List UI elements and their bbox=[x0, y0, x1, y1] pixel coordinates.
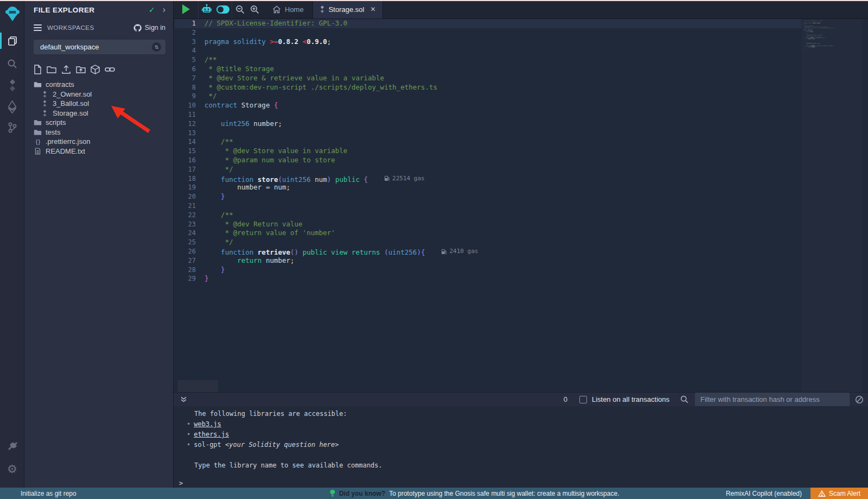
zoom-out-icon[interactable] bbox=[235, 5, 245, 14]
clear-filter-icon[interactable] bbox=[855, 395, 864, 404]
code-line[interactable]: 21 bbox=[174, 201, 801, 211]
workspace-select[interactable]: default_workspace ⇅ bbox=[34, 40, 165, 54]
code-line[interactable]: 27 return number; bbox=[174, 256, 801, 266]
line-number: 13 bbox=[174, 129, 205, 138]
status-bar: Initialize as git repo Did you know? To … bbox=[0, 488, 868, 499]
zoom-in-icon[interactable] bbox=[250, 5, 259, 14]
code-line[interactable]: 3pragma solidity >=0.8.2 <0.9.0; bbox=[174, 37, 801, 47]
search-icon[interactable] bbox=[0, 54, 24, 73]
terminal-output[interactable]: The following libraries are accessible:•… bbox=[174, 406, 868, 488]
terminal-line: •ethers.js bbox=[179, 429, 868, 440]
file-explorer-panel: FILE EXPLORER ✓ › WORKSPACES Sign in def… bbox=[24, 0, 174, 488]
line-number: 28 bbox=[174, 266, 205, 275]
line-number: 10 bbox=[174, 101, 205, 110]
tree-item-2_Owner.sol[interactable]: 2_Owner.sol bbox=[24, 90, 173, 99]
code-line[interactable]: 17 */ bbox=[174, 165, 801, 174]
code-line[interactable]: 19 number = num; bbox=[174, 183, 801, 192]
tree-item-3_Ballot.sol[interactable]: 3_Ballot.sol bbox=[24, 99, 173, 109]
sign-in-button[interactable]: Sign in bbox=[133, 24, 165, 32]
code-line[interactable]: 24 * @return value of 'number' bbox=[174, 229, 801, 238]
terminal-lines: The following libraries are accessible:•… bbox=[179, 409, 868, 471]
did-you-know-label: Did you know? bbox=[339, 490, 385, 497]
remix-ide-window: ⚙ FILE EXPLORER ✓ › WORKSPACES Sign in d… bbox=[0, 0, 868, 499]
editor-scrollbar[interactable] bbox=[863, 19, 868, 392]
editor-minimap[interactable]: // SPDX-License-Identifier: GPL-3.0 prag… bbox=[801, 19, 863, 392]
code-line[interactable]: 14 /** bbox=[174, 137, 801, 147]
icon-sidebar: ⚙ bbox=[0, 0, 24, 488]
code-line[interactable]: 10contract Storage { bbox=[174, 101, 801, 110]
plugin-manager-icon[interactable] bbox=[0, 438, 24, 456]
tree-item-tests[interactable]: tests bbox=[24, 128, 173, 137]
workspace-select-arrows-icon: ⇅ bbox=[152, 42, 161, 52]
upload-file-icon[interactable] bbox=[61, 65, 71, 74]
upload-folder-icon[interactable] bbox=[76, 65, 86, 74]
tree-item-scripts[interactable]: scripts bbox=[24, 118, 173, 128]
editor-tabbar: Home Storage.sol ✕ bbox=[174, 0, 868, 19]
line-number: 8 bbox=[174, 83, 205, 92]
code-line[interactable]: 6 * @title Storage bbox=[174, 65, 801, 74]
code-line[interactable]: 2 bbox=[174, 28, 801, 37]
solidity-compiler-icon[interactable] bbox=[0, 76, 24, 94]
tree-item-.prettierrc.json[interactable]: { }.prettierrc.json bbox=[24, 137, 173, 147]
tab-storage-sol[interactable]: Storage.sol ✕ bbox=[312, 0, 383, 18]
transaction-filter-input[interactable] bbox=[695, 393, 850, 407]
solidity-file-icon bbox=[41, 91, 49, 98]
code-line[interactable]: 12 uint256 number; bbox=[174, 119, 801, 129]
code-line[interactable]: 26 function retrieve() public view retur… bbox=[174, 247, 801, 256]
library-link[interactable]: web3.js bbox=[194, 420, 221, 428]
library-link[interactable]: ethers.js bbox=[194, 431, 229, 438]
expand-terminal-icon[interactable] bbox=[180, 396, 187, 403]
code-line[interactable]: 15 * @dev Store value in variable bbox=[174, 147, 801, 156]
close-tab-icon[interactable]: ✕ bbox=[370, 5, 375, 13]
code-line[interactable]: 8 * @custom:dev-run-script ./scripts/dep… bbox=[174, 83, 801, 92]
tree-item-label: 3_Ballot.sol bbox=[53, 99, 89, 108]
line-number: 5 bbox=[174, 55, 205, 65]
line-number: 1 bbox=[174, 19, 205, 28]
listen-transactions-checkbox[interactable] bbox=[579, 396, 587, 403]
robot-icon[interactable] bbox=[201, 4, 212, 15]
remix-logo-icon[interactable] bbox=[0, 3, 24, 24]
new-file-icon[interactable] bbox=[34, 65, 42, 74]
code-line[interactable]: 5/** bbox=[174, 55, 801, 65]
code-line[interactable]: 13 bbox=[174, 129, 801, 138]
code-line[interactable]: 16 * @param num value to store bbox=[174, 156, 801, 165]
line-number: 20 bbox=[174, 192, 205, 201]
run-script-button[interactable] bbox=[174, 0, 199, 18]
line-number: 22 bbox=[174, 211, 205, 220]
deploy-run-icon[interactable] bbox=[0, 98, 24, 116]
tree-item-README.txt[interactable]: README.txt bbox=[24, 147, 173, 156]
code-line[interactable]: 28 } bbox=[174, 266, 801, 275]
code-line[interactable]: 29} bbox=[174, 274, 801, 283]
scam-alert-button[interactable]: Scam Alert bbox=[810, 488, 868, 499]
link-icon[interactable] bbox=[105, 66, 115, 73]
code-line[interactable]: 4 bbox=[174, 46, 801, 55]
code-line[interactable]: 1// SPDX-License-Identifier: GPL-3.0 bbox=[174, 19, 801, 28]
tree-item-contracts[interactable]: contracts bbox=[24, 80, 173, 90]
code-line[interactable]: 22 /** bbox=[174, 211, 801, 220]
settings-gear-icon[interactable]: ⚙ bbox=[0, 459, 24, 478]
solidity-file-icon bbox=[41, 110, 49, 117]
tree-item-label: 2_Owner.sol bbox=[53, 90, 92, 98]
copilot-toggle[interactable] bbox=[216, 5, 229, 14]
code-line[interactable]: 7 * @dev Store & retrieve value in a var… bbox=[174, 74, 801, 83]
code-line[interactable]: 20 } bbox=[174, 192, 801, 201]
line-number: 14 bbox=[174, 137, 205, 147]
tree-item-Storage.sol[interactable]: Storage.sol bbox=[24, 109, 173, 118]
code-editor[interactable]: 1// SPDX-License-Identifier: GPL-3.023pr… bbox=[174, 19, 868, 392]
tab-home[interactable]: Home bbox=[266, 0, 310, 18]
tree-item-label: tests bbox=[46, 128, 60, 136]
code-line[interactable]: 9 */ bbox=[174, 92, 801, 101]
git-init-button[interactable]: Initialize as git repo bbox=[0, 490, 76, 497]
git-icon[interactable] bbox=[0, 118, 24, 137]
line-number: 11 bbox=[174, 110, 205, 119]
code-line[interactable]: 25 */ bbox=[174, 238, 801, 247]
ipfs-cube-icon[interactable] bbox=[91, 65, 100, 74]
code-line[interactable]: 11 bbox=[174, 110, 801, 119]
file-explorer-icon[interactable] bbox=[0, 31, 24, 50]
hamburger-menu-icon[interactable] bbox=[34, 24, 42, 31]
new-folder-icon[interactable] bbox=[47, 65, 56, 74]
chevron-right-icon[interactable]: › bbox=[163, 5, 165, 14]
code-line[interactable]: 23 * @dev Return value bbox=[174, 220, 801, 229]
json-file-icon: { } bbox=[34, 138, 42, 145]
code-line[interactable]: 18 function store(uint256 num) public {2… bbox=[174, 174, 801, 184]
